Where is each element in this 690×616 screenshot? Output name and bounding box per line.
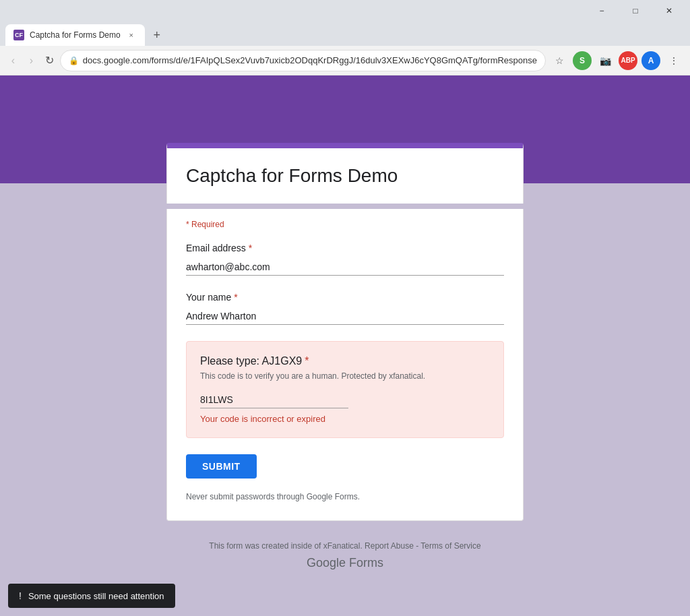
- tab-favicon: CF: [13, 30, 24, 40]
- camera-button[interactable]: 📷: [594, 50, 616, 71]
- restore-button[interactable]: □: [620, 0, 651, 22]
- name-input[interactable]: [186, 308, 504, 325]
- browser-frame: − □ ✕ CF Captcha for Forms Demo × + ‹ › …: [0, 0, 690, 616]
- form-title: Captcha for Forms Demo: [186, 164, 504, 187]
- browser-toolbar: ‹ › ↻ 🔒 docs.google.com/forms/d/e/1FAIpQ…: [0, 46, 690, 75]
- refresh-button[interactable]: ↻: [42, 50, 57, 71]
- form-card-header: Captcha for Forms Demo: [166, 143, 524, 204]
- notification-icon: !: [19, 590, 22, 601]
- close-button[interactable]: ✕: [654, 0, 685, 22]
- form-footer-note: Never submit passwords through Google Fo…: [186, 492, 504, 501]
- notification-bar: ! Some questions still need attention: [8, 584, 175, 608]
- new-tab-button[interactable]: +: [148, 26, 166, 44]
- profile-s-button[interactable]: S: [571, 50, 593, 71]
- email-required-star: *: [249, 243, 252, 253]
- url-text: docs.google.com/forms/d/e/1FAIpQLSex2Vuv…: [83, 55, 537, 65]
- name-required-star: *: [234, 292, 237, 303]
- adblock-button[interactable]: ABP: [617, 50, 639, 71]
- tab-close-button[interactable]: ×: [126, 30, 137, 40]
- minimize-button[interactable]: −: [586, 0, 617, 22]
- form-card-wrapper: Captcha for Forms Demo * Required Email …: [166, 143, 524, 584]
- captcha-error: Your code is incorrect or expired: [200, 414, 490, 424]
- back-button[interactable]: ‹: [5, 50, 21, 71]
- address-bar[interactable]: 🔒 docs.google.com/forms/d/e/1FAIpQLSex2V…: [60, 50, 546, 71]
- tab-bar: CF Captcha for Forms Demo × +: [0, 22, 690, 46]
- email-field-group: Email address *: [186, 243, 504, 276]
- forward-button[interactable]: ›: [24, 50, 39, 71]
- google-forms-logo: Google Forms: [166, 556, 524, 570]
- page-content: Captcha for Forms Demo * Required Email …: [0, 75, 690, 616]
- form-card-body: * Required Email address * Your name *: [166, 209, 524, 521]
- menu-button[interactable]: ⋮: [663, 50, 685, 71]
- name-field-group: Your name *: [186, 292, 504, 325]
- title-bar: − □ ✕: [0, 0, 690, 22]
- captcha-input[interactable]: [200, 392, 348, 408]
- profile-s-circle: S: [573, 51, 592, 70]
- bookmark-button[interactable]: ☆: [548, 50, 570, 71]
- name-label: Your name *: [186, 292, 504, 303]
- report-abuse-link[interactable]: Report Abuse: [365, 541, 414, 551]
- captcha-section: Please type: AJ1GX9 * This code is to ve…: [186, 341, 504, 438]
- profile-a-button[interactable]: A: [640, 50, 662, 71]
- profile-a-circle: A: [641, 51, 660, 70]
- required-notice: * Required: [186, 220, 504, 229]
- notification-message: Some questions still need attention: [28, 591, 164, 601]
- captcha-description: This code is to verify you are a human. …: [200, 371, 490, 381]
- active-tab[interactable]: CF Captcha for Forms Demo ×: [5, 24, 145, 46]
- window-controls: − □ ✕: [586, 0, 685, 22]
- tab-title: Captcha for Forms Demo: [30, 30, 121, 40]
- footer-text: This form was created inside of xFanatic…: [166, 541, 524, 551]
- captcha-label: Please type: AJ1GX9 *: [200, 355, 490, 367]
- lock-icon: 🔒: [69, 56, 79, 65]
- toolbar-icons: ☆ S 📷 ABP A ⋮: [548, 50, 685, 71]
- adblock-circle: ABP: [619, 51, 637, 70]
- submit-button[interactable]: SUBMIT: [186, 454, 257, 479]
- page-footer: This form was created inside of xFanatic…: [166, 521, 524, 584]
- email-label: Email address *: [186, 243, 504, 253]
- email-input[interactable]: [186, 259, 504, 276]
- terms-link[interactable]: Terms of Service: [420, 541, 480, 551]
- captcha-required-star: *: [305, 355, 309, 367]
